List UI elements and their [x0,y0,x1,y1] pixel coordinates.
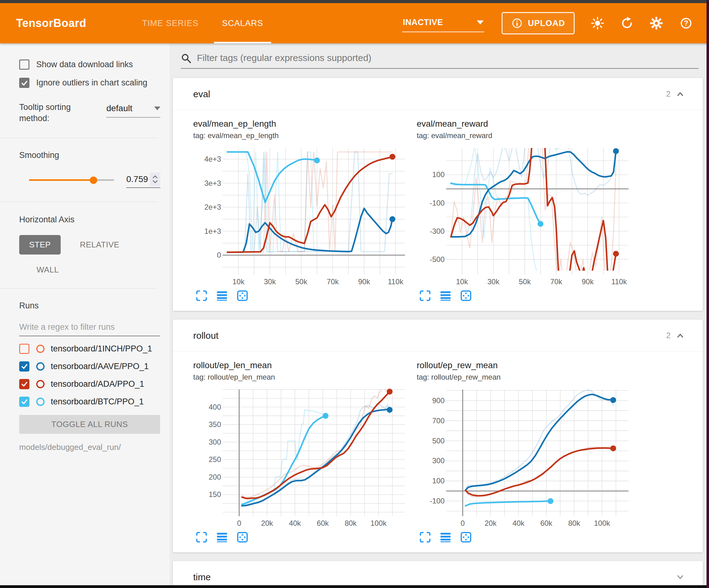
tensorboard-app: TensorBoard TIME SERIES SCALARS INACTIVE… [0,0,709,588]
chevron-down-icon [154,106,160,110]
svg-text:100: 100 [432,170,445,179]
toggle-all-runs-button[interactable]: TOGGLE ALL RUNS [19,415,160,434]
run-checkbox[interactable] [19,379,29,389]
section-title: time [193,572,211,582]
stepper-icon[interactable] [150,173,160,186]
section-rollout-header[interactable]: rollout 2 [173,319,703,352]
app-title: TensorBoard [16,17,86,30]
section-rollout: rollout 2 rollout/ep_len_mean tag: rollo… [173,319,703,553]
svg-text:70k: 70k [550,277,562,286]
axis-relative-button[interactable]: RELATIVE [80,240,120,250]
horizontal-axis-label: Horizontal Axis [19,215,160,225]
run-row[interactable]: tensorboard/ADA/PPO_1 [19,379,160,389]
section-eval: eval 2 eval/mean_ep_length tag: eval/mea… [173,78,703,311]
svg-text:500: 500 [432,437,445,445]
status-dropdown[interactable]: INACTIVE [402,15,484,32]
ignore-outliers-row[interactable]: Ignore outliers in chart scaling [19,78,160,88]
chart-title: rollout/ep_rew_mean [417,360,633,370]
tab-time-series[interactable]: TIME SERIES [130,3,210,43]
svg-text:20k: 20k [261,519,273,527]
runs-heading: Runs [19,301,160,311]
fit-data-icon[interactable] [460,531,472,543]
chevron-up-icon[interactable] [676,331,685,340]
fullscreen-icon[interactable] [196,531,207,543]
fit-data-icon[interactable] [460,290,472,302]
svg-text:250: 250 [209,455,221,463]
content-area: Show data download links Ignore outliers… [0,43,707,585]
svg-text:0: 0 [461,519,465,527]
run-label: tensorboard/ADA/PPO_1 [51,379,144,389]
smoothing-label: Smoothing [19,151,160,160]
chart-block: rollout/ep_len_mean tag: rollout/ep_len_… [193,360,410,543]
upload-label: UPLOAD [528,19,565,28]
chart-tag: tag: rollout/ep_rew_mean [417,373,633,381]
refresh-icon[interactable] [621,17,633,30]
window-scrollbar-track[interactable] [707,0,709,588]
ignore-outliers-checkbox[interactable] [19,78,29,88]
dashboard-main: eval 2 eval/mean_ep_length tag: eval/mea… [170,43,707,585]
upload-button[interactable]: UPLOAD [502,12,575,34]
chart-plot[interactable]: 10k30k50k70k90k110k01e+32e+33e+34e+3 [193,144,410,287]
run-label: tensorboard/BTC/PPO_1 [51,397,144,407]
run-color-circle [36,380,45,388]
svg-text:-100: -100 [430,199,445,207]
run-row[interactable]: tensorboard/BTC/PPO_1 [19,397,160,407]
axis-wall-button[interactable]: WALL [36,265,59,275]
tab-scalars[interactable]: SCALARS [210,3,275,43]
fullscreen-icon[interactable] [419,290,431,302]
runs-table-icon[interactable] [216,290,228,302]
smoothing-value-field[interactable]: 0.759 [126,173,160,188]
run-checkbox[interactable] [19,397,29,407]
axis-step-button[interactable]: STEP [19,235,61,255]
header-actions: INACTIVE UPLOAD [402,12,693,34]
runs-table-icon[interactable] [216,531,228,543]
run-row[interactable]: tensorboard/1INCH/PPO_1 [19,344,160,354]
svg-text:100k: 100k [594,519,610,527]
slider-thumb[interactable] [90,177,97,184]
chart-plot[interactable]: 020k40k60k80k100k-100100300500700900 [417,386,633,529]
chevron-down-icon[interactable] [676,572,685,582]
runs-table-icon[interactable] [440,290,451,302]
svg-text:-100: -100 [430,497,445,505]
run-row[interactable]: tensorboard/AAVE/PPO_1 [19,361,160,372]
svg-text:110k: 110k [611,277,627,286]
tooltip-sorting-select[interactable]: default [106,103,160,118]
run-checkbox[interactable] [19,361,29,372]
runs-table-icon[interactable] [440,531,451,543]
chart-plot[interactable]: 020k40k60k80k100k150200250300350400 [193,386,410,529]
svg-text:90k: 90k [582,277,594,286]
show-download-links-checkbox[interactable] [19,59,29,70]
runs-filter-input[interactable] [19,319,160,336]
chart-plot[interactable]: 10k30k50k70k90k110k100-100-300-500 [417,144,633,287]
run-checkbox[interactable] [19,344,29,354]
svg-text:100: 100 [432,477,445,485]
fit-data-icon[interactable] [237,290,248,302]
chevron-up-icon[interactable] [676,90,685,99]
svg-text:3e+3: 3e+3 [204,179,221,187]
brightness-icon[interactable] [591,17,604,30]
chart-block: rollout/ep_rew_mean tag: rollout/ep_rew_… [417,360,633,543]
filter-tags-input[interactable] [197,53,699,65]
app-header: TensorBoard TIME SERIES SCALARS INACTIVE… [0,3,709,43]
section-eval-charts: eval/mean_ep_length tag: eval/mean_ep_le… [173,110,703,311]
gear-icon[interactable] [650,17,663,30]
smoothing-slider[interactable] [29,179,114,181]
chart-tag: tag: eval/mean_ep_length [193,131,410,140]
show-download-links-row[interactable]: Show data download links [19,59,160,70]
svg-text:300: 300 [209,438,221,446]
section-rollout-charts: rollout/ep_len_mean tag: rollout/ep_len_… [173,352,703,553]
svg-text:4e+3: 4e+3 [204,155,221,163]
svg-text:80k: 80k [345,519,357,527]
fullscreen-icon[interactable] [419,531,431,543]
status-value: INACTIVE [403,18,443,27]
section-eval-header[interactable]: eval 2 [173,78,703,110]
fullscreen-icon[interactable] [196,290,207,302]
settings-sidebar: Show data download links Ignore outliers… [0,43,170,585]
svg-text:40k: 40k [513,519,525,527]
help-icon[interactable]: ? [679,17,693,30]
smoothing-value: 0.759 [126,174,150,184]
fit-data-icon[interactable] [237,531,248,543]
chart-actions [417,290,633,302]
section-time-header[interactable]: time [173,561,703,585]
svg-text:10k: 10k [233,277,245,286]
